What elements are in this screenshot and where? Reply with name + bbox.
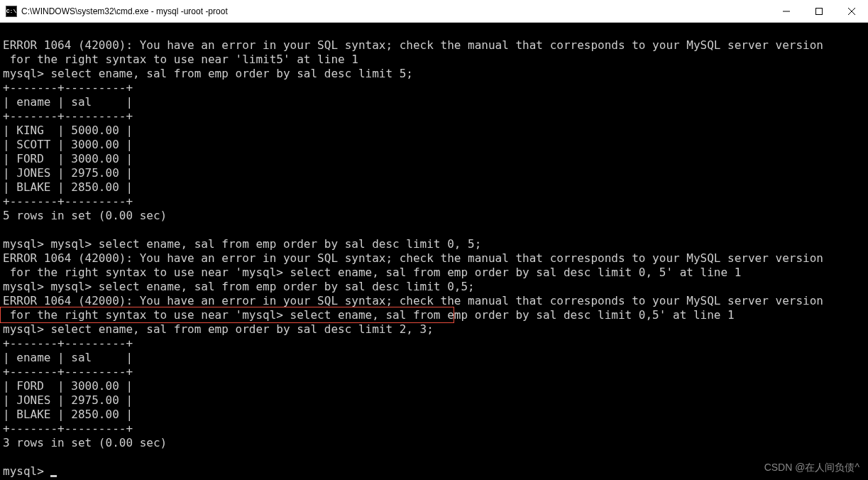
- svg-rect-1: [816, 8, 823, 14]
- prompt-line: mysql> select ename, sal from emp order …: [3, 67, 413, 80]
- watermark-text: CSDN @在人间负债^: [764, 460, 859, 474]
- titlebar-controls: [770, 0, 868, 22]
- table-header: | ename | sal |: [3, 351, 133, 364]
- table-row: | SCOTT | 3000.00 |: [3, 138, 133, 151]
- titlebar-left: C:\ C:\WINDOWS\system32\cmd.exe - mysql …: [6, 6, 228, 17]
- result-line: 5 rows in set (0.00 sec): [3, 209, 167, 222]
- table-row: | JONES | 2975.00 |: [3, 166, 133, 180]
- prompt-line: mysql> select ename, sal from emp order …: [3, 322, 434, 336]
- prompt-line: mysql> mysql> select ename, sal from emp…: [3, 237, 481, 251]
- prompt-line: mysql> mysql> select ename, sal from emp…: [3, 280, 475, 293]
- table-row: | BLAKE | 2850.00 |: [3, 408, 133, 421]
- close-button[interactable]: [835, 0, 868, 22]
- table-row: | JONES | 2975.00 |: [3, 393, 133, 407]
- table-row: | FORD | 3000.00 |: [3, 152, 133, 165]
- window-titlebar: C:\ C:\WINDOWS\system32\cmd.exe - mysql …: [0, 0, 868, 23]
- terminal-area[interactable]: ERROR 1064 (42000): You have an error in…: [0, 23, 868, 480]
- maximize-button[interactable]: [803, 0, 835, 22]
- table-border: +-------+---------+: [3, 337, 133, 350]
- prompt-line: mysql>: [3, 464, 50, 478]
- table-border: +-------+---------+: [3, 81, 133, 94]
- minimize-button[interactable]: [770, 0, 803, 22]
- error-line: for the right syntax to use near 'mysql>…: [3, 308, 735, 322]
- cursor: [50, 475, 57, 477]
- error-line: for the right syntax to use near 'limit5…: [3, 53, 358, 66]
- table-border: +-------+---------+: [3, 365, 133, 378]
- error-line: ERROR 1064 (42000): You have an error in…: [3, 251, 823, 265]
- table-header: | ename | sal |: [3, 95, 133, 109]
- table-border: +-------+---------+: [3, 422, 133, 435]
- error-line: ERROR 1064 (42000): You have an error in…: [3, 294, 823, 307]
- table-row: | BLAKE | 2850.00 |: [3, 180, 133, 194]
- table-border: +-------+---------+: [3, 109, 133, 123]
- table-row: | FORD | 3000.00 |: [3, 379, 133, 393]
- error-line: ERROR 1064 (42000): You have an error in…: [3, 38, 823, 52]
- table-row: | KING | 5000.00 |: [3, 124, 133, 137]
- table-border: +-------+---------+: [3, 195, 133, 208]
- cmd-icon: C:\: [6, 6, 17, 17]
- error-line: for the right syntax to use near 'mysql>…: [3, 266, 741, 279]
- window-title: C:\WINDOWS\system32\cmd.exe - mysql -uro…: [21, 6, 228, 16]
- result-line: 3 rows in set (0.00 sec): [3, 436, 167, 449]
